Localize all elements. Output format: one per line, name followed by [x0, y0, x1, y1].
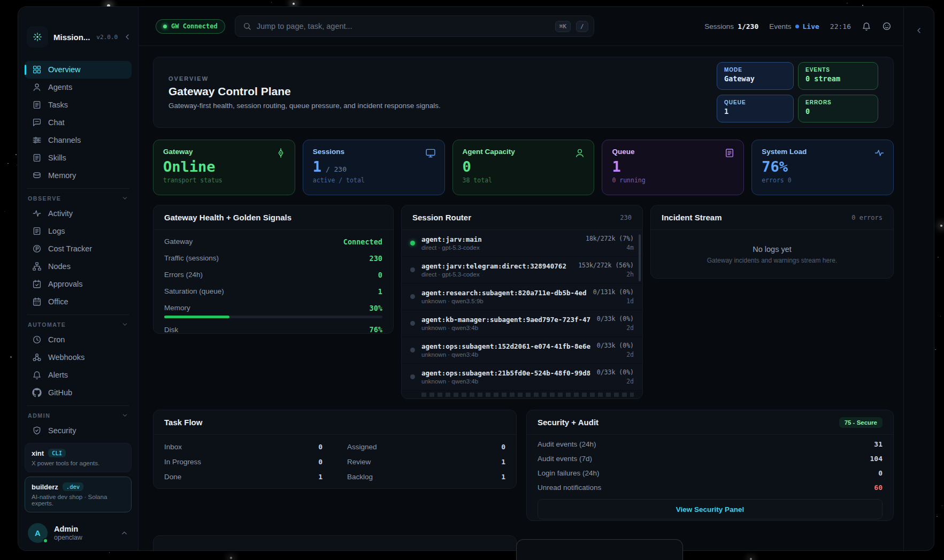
card-sub: 0 running — [612, 177, 734, 184]
sessions-label: Sessions — [704, 22, 734, 30]
session-row[interactable]: agent:ops:subagent:21b5fd0e-524b-48f0-99… — [402, 364, 642, 390]
sidebar-item-label: Security — [48, 426, 76, 435]
right-panel-collapse-icon[interactable] — [915, 26, 923, 39]
task-flow-row: Assigned0 — [347, 439, 505, 454]
sidebar-item-memory[interactable]: Memory — [25, 167, 132, 185]
topbar: GW Connected ⌘K / Sessions 1/230 Events — [139, 7, 903, 46]
sidebar-item-agents[interactable]: Agents — [25, 79, 132, 96]
health-row: Traffic (sessions)230 — [164, 250, 382, 266]
security-row: Audit events (24h)31 — [538, 437, 882, 451]
section-automate[interactable]: AUTOMATE — [25, 318, 132, 331]
sidebar-item-label: Skills — [48, 154, 66, 162]
search-input[interactable] — [257, 22, 550, 30]
right-rail — [903, 7, 934, 550]
content-area: OVERVIEW Gateway Control Plane Gateway-f… — [139, 46, 903, 550]
section-observe[interactable]: OBSERVE — [25, 192, 132, 205]
desktop-background: Mission... v2.0.0 Overview Agents Tasks — [0, 0, 944, 560]
sidebar-item-label: Office — [48, 297, 68, 306]
sidebar-item-cost-tracker[interactable]: Cost Tracker — [25, 240, 132, 258]
background-window-peek — [516, 539, 683, 560]
sidebar-item-label: Nodes — [48, 262, 71, 271]
events-label: Events — [769, 22, 791, 30]
sidebar-item-office[interactable]: Office — [25, 293, 132, 311]
sidebar-item-activity[interactable]: Activity — [25, 205, 132, 223]
panel-title: Gateway Health + Golden Signals — [164, 213, 291, 222]
queue-box: QUEUE 1 — [717, 95, 794, 122]
chevron-up-icon — [120, 529, 128, 537]
section-label: AUTOMATE — [28, 321, 66, 328]
health-row-memory: Memory30% — [164, 300, 382, 314]
session-status-dot — [410, 374, 415, 379]
live-label: Live — [803, 22, 819, 30]
user-menu[interactable]: A Admin openclaw — [25, 517, 132, 545]
status-dot — [163, 25, 167, 28]
session-row[interactable]: agent:jarv:maindirect · gpt-5.3-codex 18… — [402, 230, 642, 257]
security-row: Unread notifications60 — [538, 480, 882, 495]
kbd-slash: / — [576, 21, 588, 32]
sidebar-item-cron[interactable]: Cron — [25, 331, 132, 349]
sidebar-item-channels[interactable]: Channels — [25, 132, 132, 149]
sliders-icon — [32, 135, 42, 145]
card-label: Queue — [612, 148, 734, 156]
sidebar-item-github[interactable]: GitHub — [25, 384, 132, 402]
sidebar-item-tasks[interactable]: Tasks — [25, 96, 132, 114]
session-row[interactable]: agent:research:subagent:820a711e-db5b-4e… — [402, 283, 642, 310]
section-admin[interactable]: ADMIN — [25, 409, 132, 422]
health-row: Errors (24h)0 — [164, 266, 382, 283]
card-label: Gateway — [163, 148, 285, 156]
chevron-down-icon — [121, 412, 128, 419]
smiley-feedback-icon[interactable] — [882, 21, 892, 31]
stat-card-agent-capacity: Agent Capacity 0 38 total — [452, 140, 595, 195]
sidebar-item-alerts[interactable]: Alerts — [25, 366, 132, 384]
card-value: 1 — [612, 158, 734, 175]
sidebar-item-webhooks[interactable]: Webhooks — [25, 349, 132, 366]
sidebar-collapse-icon[interactable] — [123, 33, 132, 41]
gateway-status-badge: GW Connected — [156, 19, 225, 34]
queue-label: QUEUE — [724, 99, 786, 105]
breadcrumb: OVERVIEW — [168, 75, 441, 82]
panel-title: Incident Stream — [662, 213, 722, 222]
sidebar-item-overview[interactable]: Overview — [25, 61, 132, 79]
sidebar-item-label: Chat — [48, 118, 65, 127]
sidebar-item-nodes[interactable]: Nodes — [25, 258, 132, 275]
security-row: Login failures (24h)0 — [538, 466, 882, 480]
section-label: OBSERVE — [28, 195, 61, 202]
panel-title: Task Flow — [164, 418, 202, 427]
notifications-bell-icon[interactable] — [862, 21, 871, 31]
scrollbar-thumb[interactable] — [639, 234, 641, 281]
monitor-icon — [425, 148, 436, 158]
session-router-panel: Session Router 230 agent:jarv:maindirect… — [401, 205, 643, 399]
sidebar-item-chat[interactable]: Chat — [25, 114, 132, 132]
session-status-dot — [410, 348, 415, 352]
session-row[interactable]: agent:ops:subagent:152d2061-e074-41fb-8e… — [402, 337, 642, 364]
file-text-icon — [724, 148, 735, 158]
section-label: ADMIN — [28, 412, 50, 419]
view-security-panel-button[interactable]: View Security Panel — [538, 499, 882, 519]
errors-label: ERRORS — [805, 99, 871, 105]
sidebar-item-label: Tasks — [48, 101, 68, 109]
global-search[interactable]: ⌘K / — [235, 16, 594, 37]
session-row[interactable]: agent:kb-manager:subagent:9aed797e-723f-… — [402, 310, 642, 337]
sidebar-item-label: Webhooks — [48, 353, 85, 362]
stat-card-gateway: Gateway Online transport status — [153, 140, 295, 195]
main-column: GW Connected ⌘K / Sessions 1/230 Events — [139, 7, 903, 550]
user-icon — [574, 148, 585, 158]
queue-value: 1 — [724, 107, 786, 116]
session-row[interactable]: agent:jarv:telegram:direct:328940762dire… — [402, 257, 642, 283]
promo-name: builderz — [32, 483, 58, 491]
events-box: EVENTS 0 stream — [798, 62, 878, 90]
activity-icon — [874, 148, 885, 158]
sidebar-item-skills[interactable]: Skills — [25, 149, 132, 167]
sidebar-item-approvals[interactable]: Approvals — [25, 275, 132, 293]
sidebar-item-security[interactable]: Security — [25, 422, 132, 440]
sidebar-item-logs[interactable]: Logs — [25, 223, 132, 240]
sessions-counter: Sessions 1/230 — [704, 22, 758, 30]
sidebar-item-label: Channels — [48, 136, 81, 144]
app-window: Mission... v2.0.0 Overview Agents Tasks — [18, 6, 934, 551]
card-sub: transport status — [163, 177, 285, 184]
promo-card-xint[interactable]: xint CLI X power tools for agents. — [25, 443, 132, 472]
health-row: GatewayConnected — [164, 233, 382, 250]
divider — [27, 314, 129, 315]
promo-card-builderz[interactable]: builderz .dev AI-native dev shop · Solan… — [25, 477, 132, 512]
memory-progress-bar — [164, 316, 382, 318]
